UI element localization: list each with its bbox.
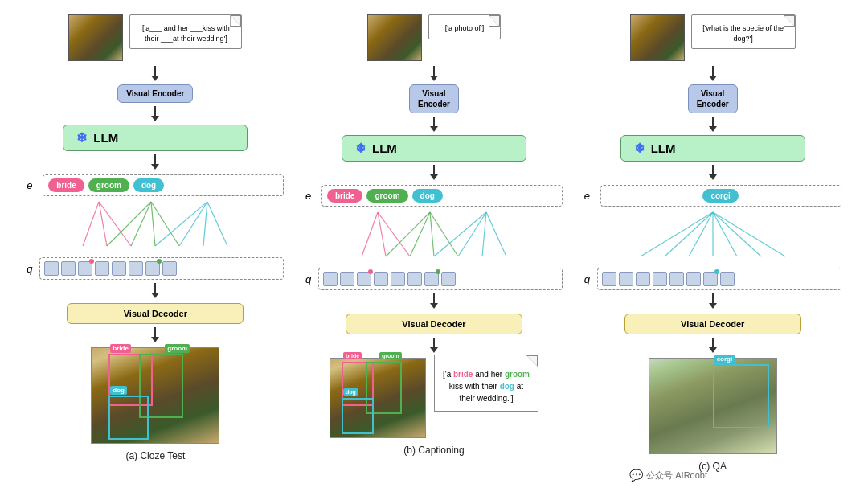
lines-area-captioning <box>338 208 530 264</box>
svg-line-19 <box>458 212 486 256</box>
query-sq-4 <box>95 261 109 276</box>
arrow-to-llm-captioning <box>430 117 438 132</box>
watermark-text: 公众号 AIRoobt <box>646 469 707 482</box>
output-img-cloze <box>91 347 219 444</box>
arrow-to-llm-qa <box>709 117 717 132</box>
svg-line-10 <box>207 202 227 246</box>
query-sq-qa-2 <box>619 272 633 286</box>
svg-line-24 <box>689 212 713 256</box>
llm-label-captioning: LLM <box>372 141 397 155</box>
doc-corner-captioning <box>489 15 500 27</box>
entity-label-qa: e <box>584 190 594 202</box>
snowflake-qa: ❄ <box>634 141 645 156</box>
entity-dog-captioning: dog <box>412 189 443 203</box>
entity-dashed-box-captioning: bride groom dog <box>321 185 563 207</box>
col-inner-cloze: ['a___ and her ___kiss with their ___at … <box>27 14 284 461</box>
query-row-cloze: q <box>27 257 284 280</box>
query-sq-cap-8 <box>441 272 456 286</box>
col-inner-qa: ['what is the specie of the dog?'] Visua… <box>584 14 841 472</box>
arrow-to-decoder-captioning <box>430 293 438 309</box>
connection-lines-captioning <box>338 208 530 264</box>
col-inner-captioning: ['a photo of'] VisualEncoder ❄ LLM <box>305 14 563 456</box>
svg-line-26 <box>713 212 737 256</box>
doc-corner-cloze <box>230 15 241 27</box>
query-sq-qa-3 <box>636 272 650 286</box>
doc-corner-output-captioning <box>526 355 538 367</box>
query-sq-5 <box>112 261 126 276</box>
query-sq-cap-1 <box>323 272 338 286</box>
svg-line-27 <box>713 212 761 256</box>
query-sq-cap-4 <box>374 272 388 286</box>
entity-corgi-qa: corgi <box>702 189 738 203</box>
output-text-captioning: ['a bride and her groomkiss with their d… <box>434 355 538 412</box>
entity-row-captioning: e bride groom dog <box>305 185 563 207</box>
query-sq-cap-2 <box>340 272 354 286</box>
caption-captioning: (b) Captioning <box>403 445 464 456</box>
output-image-captioning: bride groom dog <box>330 358 426 438</box>
entity-label-captioning: e <box>305 190 315 202</box>
arrow-to-entities-qa <box>709 165 717 180</box>
svg-line-4 <box>131 202 151 246</box>
svg-line-1 <box>99 202 107 246</box>
query-label-qa: q <box>584 273 594 285</box>
llm-qa: ❄ LLM <box>620 135 805 162</box>
query-dashed-box-cloze <box>39 257 284 280</box>
input-text-cloze: ['a___ and her ___kiss with their ___at … <box>129 14 242 49</box>
top-row-captioning: ['a photo of'] <box>305 14 563 61</box>
query-dashed-box-qa <box>597 268 841 290</box>
top-row-cloze: ['a___ and her ___kiss with their ___at … <box>27 14 284 61</box>
svg-line-0 <box>83 202 99 246</box>
svg-line-20 <box>482 212 486 256</box>
query-sq-8 <box>162 261 177 276</box>
input-text-captioning: ['a photo of'] <box>428 14 501 39</box>
arrow-to-decoder-cloze <box>151 283 159 298</box>
svg-line-17 <box>430 212 458 256</box>
query-sq-cap-7 <box>424 272 439 286</box>
column-captioning: ['a photo of'] VisualEncoder ❄ LLM <box>305 14 563 456</box>
output-row-captioning: bride groom dog ['a bride and her groomk… <box>330 355 538 438</box>
main-container: ['a___ and her ___kiss with their ___at … <box>0 0 868 480</box>
svg-line-9 <box>203 202 207 246</box>
doc-corner-qa <box>784 15 795 27</box>
output-image-qa: corgi <box>649 358 777 454</box>
snowflake-cloze: ❄ <box>76 130 87 146</box>
query-sq-qa-1 <box>602 272 616 286</box>
arrow-to-output-captioning <box>430 338 438 353</box>
query-row-captioning: q <box>305 268 563 290</box>
query-sq-qa-8 <box>720 272 735 286</box>
query-sq-2 <box>61 261 76 276</box>
visual-decoder-qa: Visual Decoder <box>624 314 801 334</box>
query-label-cloze: q <box>27 263 36 275</box>
svg-line-18 <box>434 212 486 256</box>
arrow-to-llm-cloze <box>151 106 159 121</box>
query-sq-qa-5 <box>669 272 684 286</box>
query-sq-7 <box>145 261 160 276</box>
query-sq-cap-5 <box>391 272 405 286</box>
llm-label-qa: LLM <box>651 141 676 155</box>
llm-label-cloze: LLM <box>93 131 118 145</box>
svg-line-12 <box>378 212 386 256</box>
input-text-qa: ['what is the specie of the dog?'] <box>691 14 796 49</box>
entity-dog-cloze: dog <box>133 178 164 192</box>
llm-cloze: ❄ LLM <box>63 125 248 151</box>
entity-row-cloze: e bride groom dog <box>27 174 284 196</box>
entity-groom-captioning: groom <box>366 189 407 203</box>
svg-line-22 <box>641 212 713 256</box>
svg-line-2 <box>99 202 131 246</box>
query-sq-1 <box>44 261 59 276</box>
arrow-to-encoder-cloze <box>151 66 159 81</box>
svg-line-13 <box>378 212 410 256</box>
svg-line-5 <box>151 202 155 246</box>
llm-captioning: ❄ LLM <box>342 135 526 162</box>
arrow-to-entities-cloze <box>151 154 159 170</box>
entity-bride-captioning: bride <box>327 189 362 203</box>
query-sq-3 <box>78 261 92 276</box>
arrow-to-encoder-qa <box>709 66 717 81</box>
svg-line-14 <box>386 212 430 256</box>
connection-lines-cloze <box>59 198 252 254</box>
arrow-to-decoder-qa <box>709 293 717 309</box>
column-qa: ['what is the specie of the dog?'] Visua… <box>584 14 841 472</box>
query-row-qa: q <box>584 268 841 290</box>
visual-encoder-cloze: Visual Encoder <box>117 84 193 103</box>
snowflake-captioning: ❄ <box>355 141 366 156</box>
